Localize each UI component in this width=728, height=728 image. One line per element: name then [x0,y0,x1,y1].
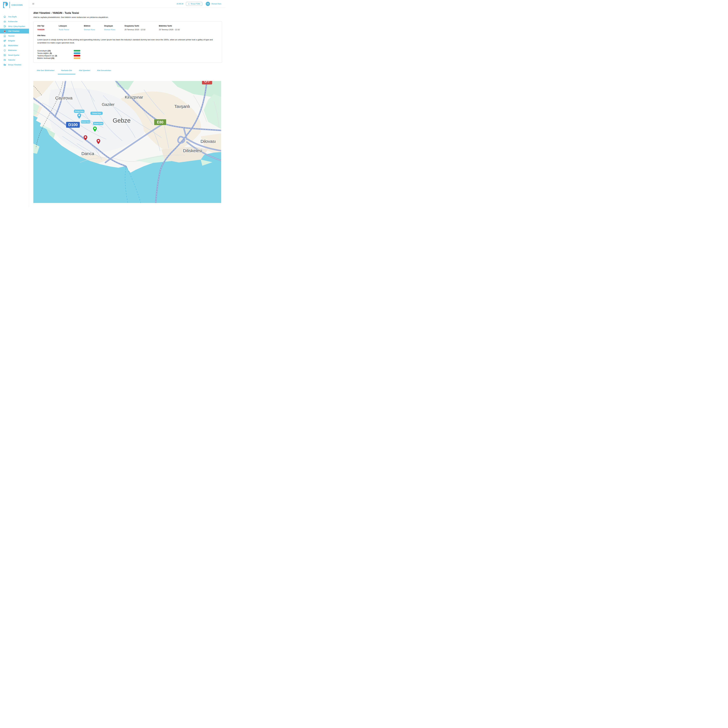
map-pin-blue[interactable] [77,113,81,119]
legend-row: Yardıma ihtiyacım var. (3) [37,55,218,57]
map-label-cayirova: Çayırova [55,95,72,101]
marker-tooltip: Osman Kara [93,122,103,125]
status-legend: Güvendeyim (15) Tesiste değilim. (5) Yar… [37,49,218,60]
sidebar: CHECKINN Ana Sayfa Kullanıcılar Giriş / … [0,0,29,207]
sidebar-item-tesisler[interactable]: Tesisler [0,34,29,38]
marker-tooltip: Osman Kara [74,110,84,113]
marker-tooltip: Osman Kara [81,120,90,124]
content: Afet Yönetimi - YANGIN - Tuzla Tesisi Af… [29,8,225,203]
road-shield-d100: D100 [66,122,80,128]
tab-bar: Afet Geri Bildirimleri Haritada Gör Afet… [33,69,222,74]
sidebar-item-haberler[interactable]: Haberler [0,58,29,62]
sidebar-item-label: Bildirimler [8,49,17,51]
field-value-link[interactable]: Osman Kara [104,29,124,31]
building-icon [3,34,6,37]
globe-pin-icon [3,39,6,42]
sidebar-item-label: Dosya Yönetimi [8,64,21,66]
map-pin-red[interactable] [96,139,101,144]
logo-divider [9,2,10,8]
legend-swatch-green [74,50,80,52]
sidebar-item-afet-yonetimi[interactable]: Afet Yönetimi [0,29,29,34]
disaster-fields: Afet Tipi YANGIN Lokasyon Tuzla Tesisi B… [37,25,218,31]
map-pin-red[interactable] [83,135,87,141]
disaster-info-card: Afet Tipi YANGIN Lokasyon Tuzla Tesisi B… [33,21,222,63]
logo: CHECKINN [0,0,29,9]
field-value: 25 Temmuz 2025 - 12:32 [124,29,159,31]
map-canvas[interactable]: Çayırova Gaziler Kirazpınar Gebze Tavşan… [33,81,221,203]
field-lokasyon: Lokasyon Tuzla Tesisi [59,25,84,31]
tab-afet-geri-bildirimleri[interactable]: Afet Geri Bildirimleri [33,69,58,74]
road-shield-o7: O-7 [202,81,212,84]
hamburger-menu-icon[interactable] [32,3,34,5]
field-onaylanma-tarihi: Onaylanma Tarihi 25 Temmuz 2025 - 12:32 [124,25,159,31]
door-exit-icon [3,25,6,28]
page-subtitle: Afeti bu sayfada yönetebilirsiniz. Geri … [33,16,222,18]
puffin-logo-icon [3,2,8,8]
map-label-gebze: Gebze [113,117,131,124]
sidebar-item-label: Afet Yönetimi [8,30,19,32]
app-root: CHECKINN Ana Sayfa Kullanıcılar Giriş / … [0,0,225,207]
clock: 21:55:10 [177,3,183,5]
org-chart-icon [3,44,6,47]
sidebar-item-dosya-yonetimi[interactable]: Dosya Yönetimi [0,62,29,67]
legend-row: Tesiste değilim. (5) [37,52,218,55]
marker-tooltip: Osman Kara [90,112,102,115]
home-icon [3,15,6,18]
sidebar-item-genel-ayarlar[interactable]: Genel Ayarlar [0,53,29,58]
sidebar-item-label: Müdürlükler [8,44,18,47]
sidebar-item-label: Haberler [8,59,15,61]
logo-text: CHECKINN [11,4,23,6]
settings-icon [3,54,6,57]
sidebar-item-label: Giriş / Çıkış Kayıtları [8,25,25,28]
field-value-link[interactable]: Tuzla Tesisi [59,29,84,31]
tab-afet-islemleri[interactable]: Afet İşlemleri [75,69,93,74]
map-label-kirazpinar: Kirazpınar [125,95,143,99]
bell-icon [3,49,6,52]
sidebar-item-ana-sayfa[interactable]: Ana Sayfa [0,14,29,19]
user-name[interactable]: Osman Kara [211,3,221,5]
page-title: Afet Yönetimi - YANGIN - Tuzla Tesisi [33,12,222,15]
legend-swatch-orange [74,57,80,59]
map-pin-green[interactable] [93,126,97,132]
map-label-tavsanli: Tavşanlı [174,104,190,109]
folder-icon [3,63,6,66]
field-afet-tipi: Afet Tipi YANGIN [37,25,59,31]
field-value: 25 Temmuz 2025 - 12:32 [159,29,218,31]
news-icon [3,58,6,61]
map-label-darica: Darıca [81,151,94,156]
legend-row: Bildirim Verilmedi (15) [37,57,218,60]
sidebar-item-label: Tesisler [8,35,15,37]
sidebar-item-kullanicilar[interactable]: Kullanıcılar [0,19,29,24]
map-label-diliskelesi: Diliskelesi [183,148,202,153]
topbar-right: 21:55:10 Dosya Yükle CG Osman Kara [177,2,221,6]
sidebar-item-label: Bölgeler [8,40,15,42]
map-label-dilovasi: Dilovası [200,139,216,144]
sidebar-item-bolgeler[interactable]: Bölgeler [0,38,29,43]
sidebar-nav: Ana Sayfa Kullanıcılar Giriş / Çıkış Kay… [0,14,29,67]
avatar[interactable]: CG [206,2,210,6]
users-icon [3,20,6,23]
sidebar-item-giris-cikis[interactable]: Giriş / Çıkış Kayıtları [0,24,29,29]
field-onaylayan: Onaylayan Osman Kara [104,25,124,31]
topbar: 21:55:10 Dosya Yükle CG Osman Kara [29,0,225,8]
sidebar-item-label: Genel Ayarlar [8,54,19,56]
sidebar-item-label: Ana Sayfa [8,16,17,18]
sidebar-item-mudurlukler[interactable]: Müdürlükler [0,43,29,48]
sidebar-item-bildirimler[interactable]: Bildirimler [0,48,29,53]
upload-button[interactable]: Dosya Yükle [186,2,202,6]
field-value-link[interactable]: Osman Kara [84,29,104,31]
field-bildirilme-tarihi: Bildirilme Tarihi 25 Temmuz 2025 - 12:32 [159,25,218,31]
legend-row: Güvendeyim (15) [37,49,218,52]
note-label: Afet Notu: [37,35,218,37]
siren-icon [3,29,6,33]
tab-haritada-gor[interactable]: Haritada Gör [58,69,76,74]
legend-swatch-blue [74,52,80,54]
field-bildiren: Bildiren Osman Kara [84,25,104,31]
tab-afet-sorumlulari[interactable]: Afet Sorumluları [93,69,115,74]
field-value: YANGIN [37,29,59,31]
map-label-gaziler: Gaziler [102,102,115,107]
legend-swatch-red [74,55,80,57]
road-shield-e80: E80 [154,119,166,125]
upload-icon [188,3,190,5]
sidebar-item-label: Kullanıcılar [8,20,18,23]
